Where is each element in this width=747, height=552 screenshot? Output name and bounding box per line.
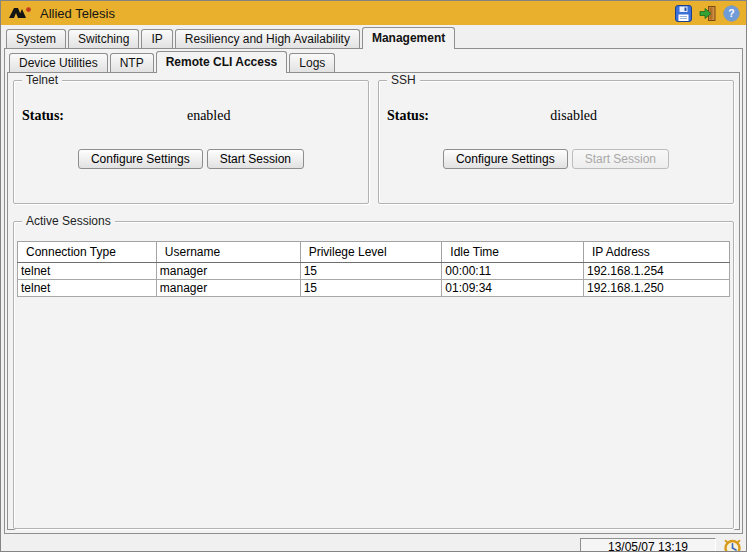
active-sessions-table: Connection Type Username Privilege Level… [17,241,730,297]
svg-text:?: ? [728,7,734,19]
cell-connection-type: telnet [18,263,157,280]
cell-privilege-level: 15 [300,280,442,297]
help-icon: ? [723,5,740,22]
table-row: telnet manager 15 00:00:11 192.168.1.254 [18,263,730,280]
tab-system[interactable]: System [6,29,66,48]
telnet-button-row: Configure Settings Start Session [14,149,368,169]
cell-username: manager [156,280,300,297]
save-button[interactable] [674,4,692,22]
telnet-configure-settings-button[interactable]: Configure Settings [78,149,203,169]
telnet-status-row: Status: enabled [14,108,368,126]
tab-logs[interactable]: Logs [289,53,335,72]
table-header-row: Connection Type Username Privilege Level… [18,242,730,263]
active-sessions-group-title: Active Sessions [22,214,115,229]
column-header-connection-type: Connection Type [18,242,157,263]
datetime-display: 13/05/07 13:19 [580,538,716,552]
app-window: Allied Telesis ? [0,0,747,552]
allied-telesis-logo-icon [9,6,33,20]
ssh-status-label: Status: [387,108,429,124]
help-button[interactable]: ? [722,4,740,22]
clock-icon [723,538,742,552]
save-icon [675,5,692,22]
column-header-ip-address: IP Address [584,242,730,263]
ssh-status-row: Status: disabled [379,108,733,126]
column-header-idle-time: Idle Time [442,242,584,263]
cell-ip-address: 192.168.1.254 [584,263,730,280]
status-bar: 13/05/07 13:19 [1,534,746,552]
ssh-start-session-button: Start Session [572,149,669,169]
tab-management[interactable]: Management [362,27,455,49]
cell-ip-address: 192.168.1.250 [584,280,730,297]
tab-ip[interactable]: IP [141,29,172,48]
ssh-button-row: Configure Settings Start Session [379,149,733,169]
sub-tab-bar: Device Utilities NTP Remote CLI Access L… [5,49,742,72]
cell-idle-time: 01:09:34 [442,280,584,297]
cell-privilege-level: 15 [300,263,442,280]
window-title: Allied Telesis [40,6,115,21]
tab-remote-cli-access[interactable]: Remote CLI Access [156,51,288,73]
service-groups-row: Telnet Status: enabled Configure Setting… [13,80,734,204]
column-header-privilege-level: Privilege Level [300,242,442,263]
exit-icon [699,5,716,22]
cell-connection-type: telnet [18,280,157,297]
management-panel: Device Utilities NTP Remote CLI Access L… [4,48,743,534]
active-sessions-group: Active Sessions Connection Type Username… [13,221,734,529]
ssh-group-title: SSH [387,73,420,88]
tab-device-utilities[interactable]: Device Utilities [9,53,108,72]
telnet-status-label: Status: [22,108,64,124]
telnet-start-session-button[interactable]: Start Session [207,149,304,169]
telnet-group: Telnet Status: enabled Configure Setting… [13,80,369,204]
tab-switching[interactable]: Switching [68,29,139,48]
remote-cli-access-panel: Telnet Status: enabled Configure Setting… [7,72,740,530]
title-bar: Allied Telesis ? [1,1,746,25]
cell-username: manager [156,263,300,280]
ssh-configure-settings-button[interactable]: Configure Settings [443,149,568,169]
ssh-status-value: disabled [550,108,597,124]
telnet-group-title: Telnet [22,73,62,88]
tab-ntp[interactable]: NTP [110,53,154,72]
ssh-group: SSH Status: disabled Configure Settings … [378,80,734,204]
refresh-time-button[interactable] [722,538,742,552]
cell-idle-time: 00:00:11 [442,263,584,280]
table-row: telnet manager 15 01:09:34 192.168.1.250 [18,280,730,297]
telnet-status-value: enabled [187,108,231,124]
main-tab-bar: System Switching IP Resiliency and High … [1,25,746,48]
column-header-username: Username [156,242,300,263]
tab-resiliency-and-high-availability[interactable]: Resiliency and High Availability [175,29,360,48]
exit-button[interactable] [698,4,716,22]
